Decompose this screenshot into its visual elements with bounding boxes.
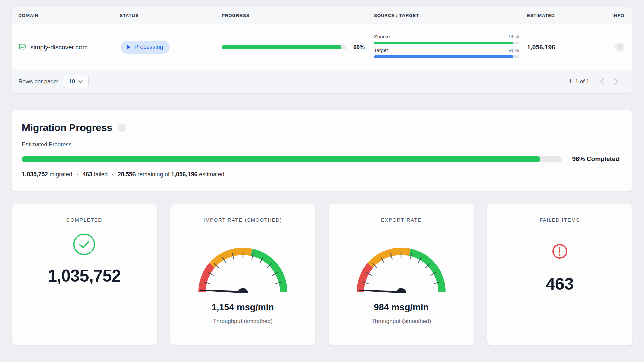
failed-items-value: 463 (487, 274, 633, 294)
domain-cell: simply-discover.com (18, 43, 120, 52)
separator-dot: · (76, 171, 78, 178)
progress-cell: 96% (222, 44, 374, 51)
import-rate-gauge (170, 242, 316, 297)
gauge-needle (359, 290, 402, 293)
source-target-cell: Source 96% Target 96% (374, 34, 527, 61)
target-bar-fill (374, 55, 513, 58)
column-header-estimated: ESTIMATED (527, 13, 606, 18)
gauge-needle (200, 290, 244, 293)
column-header-status: STATUS (120, 13, 222, 18)
row-progress-fill (222, 45, 341, 49)
next-page-button[interactable] (614, 78, 618, 85)
chevron-down-icon (78, 80, 83, 83)
import-rate-card-title: IMPORT RATE (SMOOTHED) (170, 217, 316, 223)
row-progress-track (222, 45, 346, 49)
source-bar-track (374, 42, 519, 44)
target-label: Target (374, 47, 388, 53)
row-progress-label: 96% (353, 44, 365, 51)
table-header-row: DOMAIN STATUS PROGRESS SOURCE / TARGET E… (12, 7, 632, 24)
remaining-label: remaining of (137, 171, 169, 178)
alert-circle-icon (487, 243, 633, 261)
completed-value: 1,035,752 (12, 266, 157, 286)
column-header-info: INFO (606, 13, 624, 18)
table-pagination: Rows per page: 10 1–1 of 1 (12, 70, 632, 93)
rows-per-page-label: Rows per page: (18, 78, 58, 85)
domains-table: DOMAIN STATUS PROGRESS SOURCE / TARGET E… (11, 7, 633, 94)
source-label: Source (374, 34, 390, 39)
remaining-value: 28,556 (118, 171, 136, 178)
estimated-label: estimated (199, 171, 224, 178)
separator-dot: · (112, 171, 114, 178)
migrated-label: migrated (50, 171, 72, 178)
domain-name: simply-discover.com (30, 44, 88, 51)
migration-info-button[interactable]: i (118, 123, 126, 132)
failed-items-card-title: FAILED ITEMS (487, 217, 633, 223)
rows-per-page-select[interactable]: 10 (63, 75, 89, 88)
column-header-source-target: SOURCE / TARGET (374, 13, 527, 18)
export-rate-card-title: EXPORT RATE (329, 217, 474, 223)
estimated-cell: 1,056,196 (527, 44, 606, 51)
info-cell: i (606, 43, 624, 52)
import-rate-value: 1,154 msg/min (170, 302, 316, 313)
migrated-value: 1,035,752 (22, 171, 48, 178)
table-row: simply-discover.com Processing 96% Sourc… (12, 24, 632, 70)
chevron-left-icon (600, 78, 604, 85)
export-rate-value: 984 msg/min (329, 302, 474, 313)
migration-progress-label: 96% Completed (572, 155, 620, 163)
target-bar-track (374, 55, 519, 58)
status-cell: Processing (120, 41, 222, 54)
completed-card-title: COMPLETED (12, 217, 157, 223)
estimated-value: 1,056,196 (171, 171, 198, 178)
previous-page-button[interactable] (600, 78, 604, 85)
migration-progress-card: Migration Progress i Estimated Progress … (11, 110, 633, 192)
source-pct-label: 96% (509, 34, 519, 39)
play-icon (127, 45, 131, 49)
metric-cards-row: COMPLETED 1,035,752 IMPORT RATE (SMOOTHE… (11, 204, 633, 346)
import-rate-card: IMPORT RATE (SMOOTHED) (170, 204, 316, 346)
migration-subtitle: Estimated Progress (22, 141, 622, 148)
chevron-right-icon (614, 78, 618, 85)
migration-stats-line: 1,035,752 migrated · 463 failed · 28,556… (22, 171, 622, 178)
migration-progress-fill (22, 156, 540, 162)
status-badge-label: Processing (134, 44, 163, 51)
export-rate-card: EXPORT RATE (328, 204, 474, 346)
completed-card: COMPLETED 1,035,752 (11, 204, 157, 346)
export-rate-caption: Throughput (smoothed) (329, 318, 474, 325)
export-rate-gauge (329, 242, 474, 297)
inbox-icon (18, 43, 26, 52)
target-pct-label: 96% (509, 47, 519, 53)
migration-title: Migration Progress (22, 122, 112, 133)
pagination-range-label: 1–1 of 1 (569, 78, 589, 85)
info-icon: i (619, 45, 620, 50)
status-badge: Processing (121, 41, 170, 54)
column-header-progress: PROGRESS (222, 13, 374, 18)
rows-per-page-value: 10 (69, 78, 75, 85)
column-header-domain: DOMAIN (18, 13, 120, 18)
row-info-button[interactable]: i (615, 43, 624, 52)
import-rate-caption: Throughput (smoothed) (170, 318, 316, 325)
failed-label: failed (94, 171, 108, 178)
check-circle-icon (12, 233, 157, 257)
info-icon: i (121, 125, 122, 130)
failed-value: 463 (82, 171, 92, 178)
failed-items-card: FAILED ITEMS 463 (487, 204, 633, 346)
source-bar-fill (374, 42, 513, 44)
migration-progress-track (22, 156, 562, 162)
